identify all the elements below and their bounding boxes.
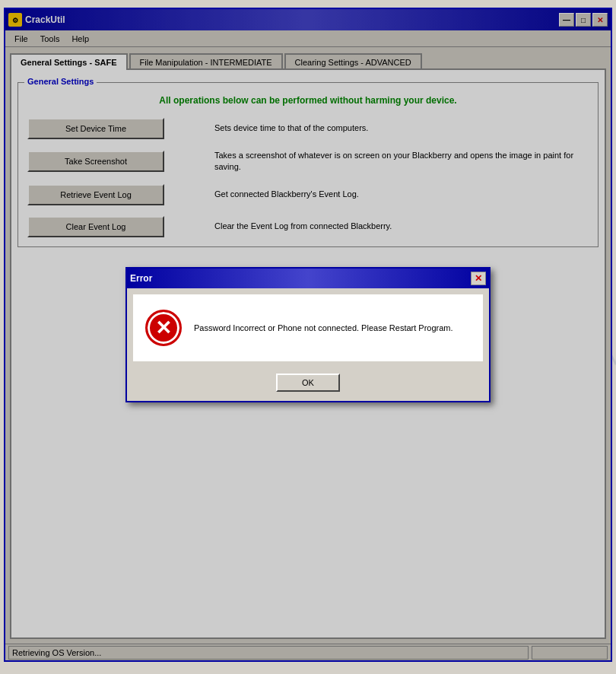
error-ok-button[interactable]: OK: [276, 374, 340, 392]
error-icon: ✕: [145, 310, 182, 346]
error-footer: OK: [127, 367, 489, 401]
error-title-bar: Error ✕: [127, 269, 489, 288]
error-body: ✕ Password Incorrect or Phone not connec…: [133, 294, 483, 361]
error-message: Password Incorrect or Phone not connecte…: [194, 322, 453, 335]
error-x-symbol: ✕: [155, 316, 172, 340]
main-window: ⚙ CrackUtil — □ ✕ File Tools Help Genera…: [4, 8, 612, 662]
error-dialog-overlay: Error ✕ ✕ Password Incorrect or Phone no…: [5, 9, 611, 660]
error-dialog: Error ✕ ✕ Password Incorrect or Phone no…: [125, 267, 491, 402]
error-title: Error: [130, 273, 471, 284]
error-close-button[interactable]: ✕: [471, 272, 486, 285]
